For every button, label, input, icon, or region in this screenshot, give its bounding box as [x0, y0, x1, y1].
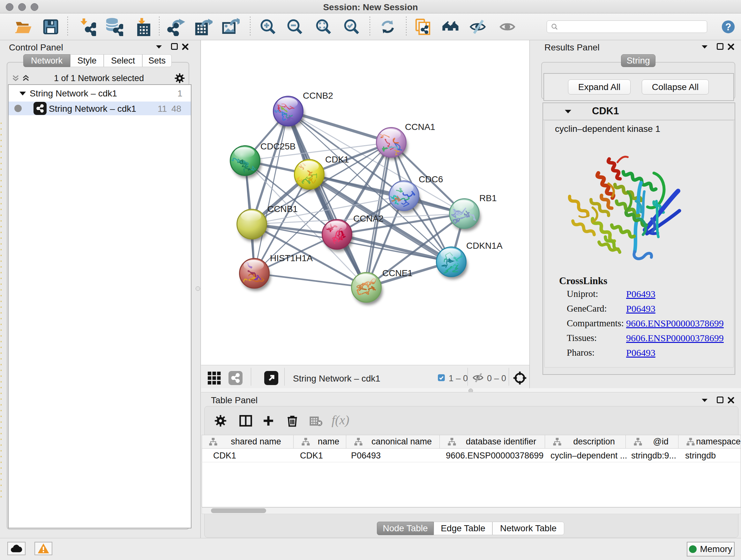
svg-text:CCNA1: CCNA1 [405, 122, 435, 132]
svg-text:CCNB2: CCNB2 [303, 91, 333, 101]
svg-text:HIST1H1A: HIST1H1A [270, 253, 313, 263]
svg-text:CDKN1A: CDKN1A [466, 241, 502, 251]
svg-text:?: ? [725, 21, 731, 32]
svg-text:CDC25B: CDC25B [260, 141, 295, 151]
svg-text:CDC6: CDC6 [419, 174, 443, 184]
svg-text:CCNE1: CCNE1 [382, 268, 413, 278]
svg-text:RB1: RB1 [479, 193, 496, 203]
svg-text:CCNA2: CCNA2 [353, 213, 384, 224]
svg-text:CDK1: CDK1 [325, 154, 349, 165]
svg-text:CCNB1: CCNB1 [267, 204, 298, 214]
